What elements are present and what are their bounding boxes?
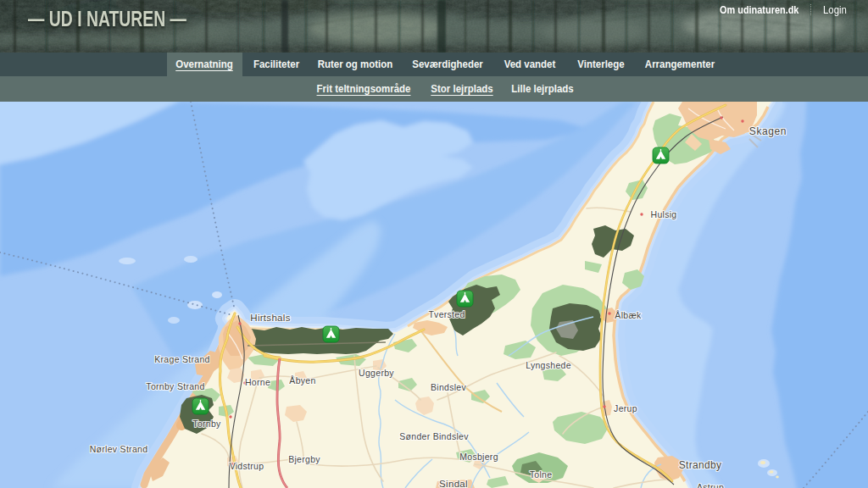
svg-text:Tornby: Tornby <box>192 419 221 429</box>
svg-text:Tversted: Tversted <box>428 309 465 319</box>
svg-text:Tolne: Tolne <box>530 469 553 480</box>
svg-text:Mosbjerg: Mosbjerg <box>459 452 498 462</box>
svg-text:Uggerby: Uggerby <box>359 368 394 378</box>
svg-text:Bindslev: Bindslev <box>431 382 467 392</box>
svg-text:Vidstrup: Vidstrup <box>230 461 264 471</box>
svg-text:Åbyen: Åbyen <box>289 375 315 385</box>
svg-text:Skagen: Skagen <box>749 125 787 137</box>
svg-text:Nørlev Strand: Nørlev Strand <box>90 444 148 454</box>
svg-text:Krage Strand: Krage Strand <box>154 354 209 364</box>
svg-text:Lyngshede: Lyngshede <box>526 360 571 370</box>
svg-text:Horne: Horne <box>245 377 270 387</box>
svg-text:Sindal: Sindal <box>439 479 468 488</box>
svg-text:Jerup: Jerup <box>614 403 637 413</box>
svg-text:Strandby: Strandby <box>679 459 721 471</box>
svg-text:Hulsig: Hulsig <box>651 209 677 219</box>
svg-text:Ålbæk: Ålbæk <box>615 310 642 320</box>
svg-text:Bjergby: Bjergby <box>288 454 320 464</box>
svg-text:Hirtshals: Hirtshals <box>250 313 290 323</box>
svg-text:Astrup: Astrup <box>697 482 724 488</box>
svg-text:Sønder Bindslev: Sønder Bindslev <box>399 431 469 441</box>
svg-text:Tornby Strand: Tornby Strand <box>146 381 204 391</box>
